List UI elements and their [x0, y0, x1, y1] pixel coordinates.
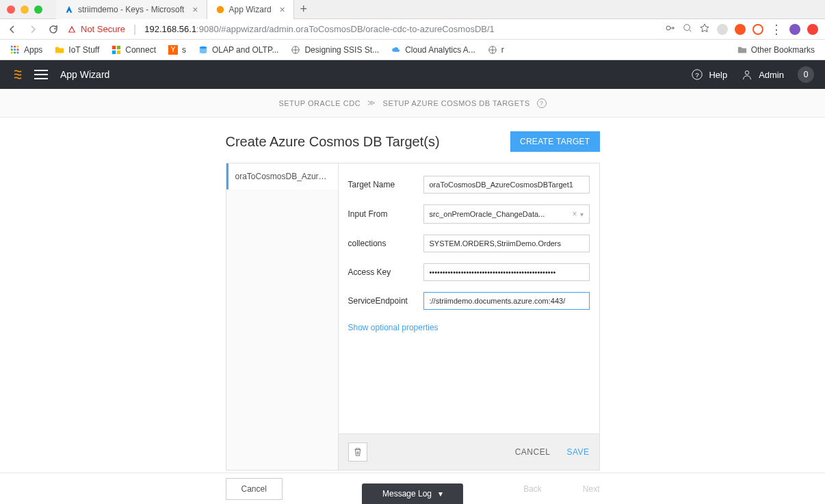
browser-tab-1[interactable]: App Wizard ×	[207, 0, 294, 19]
bookmark-item[interactable]: OLAP and OLTP...	[198, 45, 278, 55]
ext-icon-1[interactable]	[717, 24, 728, 35]
admin-button[interactable]: Admin	[741, 68, 784, 81]
bookmark-item[interactable]: r	[488, 45, 504, 55]
minimize-window-icon[interactable]	[21, 5, 29, 14]
folder-icon	[737, 45, 747, 55]
svg-rect-10	[14, 51, 16, 53]
azure-favicon	[64, 5, 74, 14]
create-target-button[interactable]: CREATE TARGET	[510, 131, 600, 152]
help-button[interactable]: ? Help	[691, 68, 727, 81]
svg-text:?: ?	[696, 71, 700, 79]
cloud-icon	[391, 45, 401, 55]
svg-rect-4	[14, 45, 16, 47]
chevron-down-icon: ▾	[438, 489, 443, 499]
wizard-next-button[interactable]: Next	[583, 484, 600, 494]
y-icon: Y	[168, 45, 178, 55]
target-form: Target Name Input From src_onPremOracle_…	[339, 163, 599, 470]
globe-icon	[488, 45, 497, 55]
ext-icon-2[interactable]	[735, 24, 746, 35]
form-footer: CANCEL SAVE	[339, 434, 599, 470]
db-icon	[198, 45, 208, 55]
zoom-icon[interactable]	[683, 23, 692, 36]
breadcrumb-step-1[interactable]: SETUP ORACLE CDC	[278, 99, 361, 107]
main-content: Create Azure Cosmos DB Target(s) CREATE …	[0, 118, 825, 473]
svg-rect-3	[11, 45, 13, 47]
menu-icon[interactable]	[34, 70, 48, 79]
input-from-select[interactable]: src_onPremOracle_ChangeData... ×▾	[423, 204, 590, 224]
delete-button[interactable]	[348, 442, 367, 462]
breadcrumb: SETUP ORACLE CDC ≫ SETUP AZURE COSMOS DB…	[0, 89, 825, 118]
save-button[interactable]: SAVE	[566, 447, 589, 457]
wizard-back-button[interactable]: Back	[523, 484, 542, 494]
svg-rect-6	[11, 49, 13, 51]
cancel-button[interactable]: CANCEL	[515, 447, 551, 457]
key-icon[interactable]	[665, 23, 676, 36]
clear-icon[interactable]: ×	[572, 209, 577, 219]
bookmark-item[interactable]: Connect	[112, 45, 156, 55]
ms-icon	[112, 45, 121, 55]
help-icon[interactable]: ?	[537, 98, 547, 108]
ext-icon-4[interactable]	[807, 24, 818, 35]
target-name-input[interactable]	[423, 176, 590, 194]
other-bookmarks[interactable]: Other Bookmarks	[737, 45, 815, 55]
svg-rect-14	[112, 50, 116, 53]
bookmark-folder[interactable]: IoT Stuff	[55, 45, 99, 55]
bookmarks-bar: Apps IoT Stuff Connect Y s OLAP and OLTP…	[0, 40, 825, 60]
maximize-window-icon[interactable]	[34, 5, 42, 14]
bookmark-item[interactable]: Y s	[168, 45, 186, 55]
svg-point-21	[745, 71, 748, 75]
star-icon[interactable]	[699, 23, 710, 36]
bookmark-item[interactable]: Designing SSIS St...	[291, 45, 379, 55]
close-window-icon[interactable]	[7, 5, 15, 14]
input-from-label: Input From	[348, 209, 423, 219]
show-optional-link[interactable]: Show optional properties	[348, 323, 438, 332]
service-endpoint-input[interactable]	[423, 292, 590, 310]
svg-rect-8	[17, 49, 19, 51]
svg-rect-13	[117, 45, 120, 49]
chevron-right-icon: ≫	[367, 98, 376, 107]
striim-logo-icon[interactable]	[11, 68, 25, 81]
svg-rect-12	[112, 45, 116, 49]
access-key-input[interactable]	[423, 263, 590, 281]
apps-button[interactable]: Apps	[10, 45, 42, 55]
svg-point-0	[216, 5, 224, 13]
app-title: App Wizard	[60, 69, 109, 80]
apps-icon	[10, 45, 20, 55]
url-field[interactable]: 192.168.56.1:9080/#appwizard/admin.oraTo…	[144, 24, 657, 34]
sidebar-target-item[interactable]: oraToCosmosDB_AzureCosmosDBTarg	[226, 163, 338, 189]
security-indicator[interactable]: Not Secure	[67, 24, 125, 34]
browser-tab-0[interactable]: striimdemo - Keys - Microsoft ×	[56, 0, 207, 19]
svg-rect-9	[11, 51, 13, 53]
collections-input[interactable]	[423, 235, 590, 252]
bookmark-item[interactable]: Cloud Analytics A...	[391, 45, 475, 55]
collections-label: collections	[348, 239, 423, 248]
ext-icon-3[interactable]	[752, 24, 763, 35]
striim-favicon	[215, 5, 225, 14]
tab-title: App Wizard	[229, 5, 272, 14]
window-controls	[7, 5, 42, 14]
target-name-label: Target Name	[348, 180, 423, 189]
folder-icon	[55, 45, 64, 55]
message-log-toggle[interactable]: Message Log ▾	[362, 483, 463, 504]
reload-icon[interactable]	[48, 24, 59, 35]
menu-icon[interactable]: ⋮	[770, 22, 783, 37]
close-tab-icon[interactable]: ×	[280, 4, 285, 15]
trash-icon	[353, 447, 363, 457]
new-tab-button[interactable]: +	[294, 2, 313, 16]
notification-badge[interactable]: 0	[798, 66, 814, 83]
back-icon[interactable]	[7, 24, 18, 35]
profile-icon[interactable]	[789, 24, 800, 35]
svg-rect-7	[14, 49, 16, 51]
svg-point-1	[666, 26, 670, 30]
close-tab-icon[interactable]: ×	[192, 4, 198, 15]
svg-rect-5	[17, 45, 19, 47]
address-bar: Not Secure | 192.168.56.1:9080/#appwizar…	[0, 19, 825, 40]
wizard-footer: Cancel Back Next Message Log ▾	[0, 473, 825, 504]
page-title: Create Azure Cosmos DB Target(s)	[226, 134, 440, 150]
wizard-cancel-button[interactable]: Cancel	[226, 478, 283, 500]
forward-icon[interactable]	[27, 24, 38, 35]
tab-title: striimdemo - Keys - Microsoft	[78, 5, 184, 14]
targets-sidebar: oraToCosmosDB_AzureCosmosDBTarg	[226, 163, 339, 470]
breadcrumb-step-2: SETUP AZURE COSMOS DB TARGETS	[383, 99, 530, 107]
app-header: App Wizard ? Help Admin 0	[0, 60, 825, 89]
